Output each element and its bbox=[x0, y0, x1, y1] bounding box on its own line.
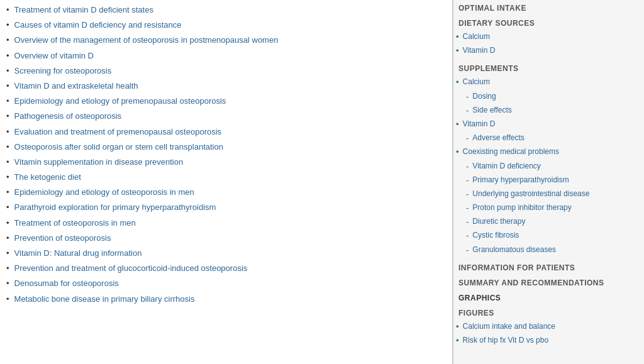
article-link[interactable]: Vitamin D and extraskeletal health bbox=[14, 80, 138, 92]
list-item[interactable]: Pathogenesis of osteoporosis bbox=[6, 109, 446, 124]
article-link[interactable]: Vitamin D: Natural drug information bbox=[14, 248, 142, 259]
toc-link[interactable]: Calcium bbox=[463, 77, 490, 87]
list-item[interactable]: Vitamin D: Natural drug information bbox=[6, 246, 446, 261]
list-item[interactable]: Osteoporosis after solid organ or stem c… bbox=[6, 140, 446, 155]
article-link[interactable]: Parathyroid exploration for primary hype… bbox=[14, 202, 216, 213]
section-header: FIGURES bbox=[453, 305, 644, 320]
toc-link[interactable]: Adverse effects bbox=[472, 133, 525, 143]
left-panel[interactable]: Treatment of vitamin D deficient statesC… bbox=[0, 0, 453, 364]
list-item[interactable]: Calcium bbox=[456, 30, 641, 44]
list-item[interactable]: Prevention and treatment of glucocortico… bbox=[6, 261, 446, 276]
article-link[interactable]: Treatment of osteoporosis in men bbox=[14, 218, 136, 229]
list-item[interactable]: Vitamin D and extraskeletal health bbox=[6, 79, 446, 94]
article-link[interactable]: Pathogenesis of osteoporosis bbox=[14, 111, 122, 122]
article-link[interactable]: Prevention of osteoporosis bbox=[14, 233, 111, 244]
list-item[interactable]: Calcium bbox=[456, 75, 641, 89]
article-link[interactable]: Causes of vitamin D deficiency and resis… bbox=[14, 19, 182, 31]
article-link[interactable]: The ketogenic diet bbox=[14, 172, 81, 183]
article-link[interactable]: Vitamin supplementation in disease preve… bbox=[14, 157, 184, 168]
section-header: INFORMATION FOR PATIENTS bbox=[453, 260, 644, 275]
list-item[interactable]: Calcium intake and balance bbox=[456, 320, 641, 334]
list-item[interactable]: Primary hyperparathyroidism bbox=[456, 174, 641, 187]
section-header: GRAPHICS bbox=[453, 290, 644, 305]
list-item[interactable]: Risk of hip fx Vit D vs pbo bbox=[456, 334, 641, 348]
section-list: CalciumVitamin D bbox=[453, 30, 644, 60]
article-link[interactable]: Prevention and treatment of glucocortico… bbox=[14, 263, 248, 274]
list-item[interactable]: Causes of vitamin D deficiency and resis… bbox=[6, 18, 446, 33]
list-item[interactable]: Diuretic therapy bbox=[456, 215, 641, 229]
list-item[interactable]: The ketogenic diet bbox=[6, 170, 446, 185]
list-item[interactable]: Granulomatous diseases bbox=[456, 243, 641, 257]
article-link[interactable]: Epidemiology and etiology of osteoporosi… bbox=[14, 187, 194, 198]
toc-link[interactable]: Vitamin D bbox=[463, 45, 496, 56]
article-link[interactable]: Metabolic bone disease in primary biliar… bbox=[14, 294, 195, 305]
list-item[interactable]: Adverse effects bbox=[456, 131, 641, 145]
section-header: DIETARY SOURCES bbox=[453, 15, 644, 30]
article-link[interactable]: Screening for osteoporosis bbox=[14, 65, 112, 77]
list-item[interactable]: Epidemiology and etiology of osteoporosi… bbox=[6, 185, 446, 200]
list-item[interactable]: Metabolic bone disease in primary biliar… bbox=[6, 292, 446, 307]
toc-link[interactable]: Underlying gastrointestinal disease bbox=[472, 189, 589, 199]
section-list: CalciumDosingSide effectsVitamin DAdvers… bbox=[453, 75, 644, 259]
list-item[interactable]: Treatment of vitamin D deficient states bbox=[6, 3, 446, 18]
article-list: Treatment of vitamin D deficient statesC… bbox=[0, 3, 452, 307]
article-link[interactable]: Denosumab for osteoporosis bbox=[14, 278, 119, 289]
article-link[interactable]: Epidemiology and etiology of premenopaus… bbox=[14, 96, 226, 107]
article-link[interactable]: Treatment of vitamin D deficient states bbox=[14, 4, 153, 16]
list-item[interactable]: Prevention of osteoporosis bbox=[6, 231, 446, 246]
toc-link[interactable]: Dosing bbox=[472, 91, 496, 102]
list-item[interactable]: Overview of vitamin D bbox=[6, 48, 446, 63]
list-item[interactable]: Evaluation and treatment of premenopausa… bbox=[6, 124, 446, 140]
list-item[interactable]: Cystic fibrosis bbox=[456, 229, 641, 243]
section-header: SUPPLEMENTS bbox=[453, 60, 644, 75]
toc-link[interactable]: Vitamin D deficiency bbox=[472, 161, 541, 172]
list-item[interactable]: Treatment of osteoporosis in men bbox=[6, 216, 446, 231]
list-item[interactable]: Epidemiology and etiology of premenopaus… bbox=[6, 94, 446, 109]
list-item[interactable]: Vitamin D bbox=[456, 118, 641, 131]
list-item[interactable]: Denosumab for osteoporosis bbox=[6, 276, 446, 291]
article-link[interactable]: Overview of vitamin D bbox=[14, 50, 94, 62]
toc-link[interactable]: Granulomatous diseases bbox=[472, 245, 556, 255]
section-header: SUMMARY AND RECOMMENDATIONS bbox=[453, 275, 644, 290]
article-link[interactable]: Osteoporosis after solid organ or stem c… bbox=[14, 141, 223, 153]
toc-link[interactable]: Primary hyperparathyroidism bbox=[472, 175, 569, 185]
list-item[interactable]: Overview of the management of osteoporos… bbox=[6, 33, 446, 48]
right-panel[interactable]: OPTIMAL INTAKEDIETARY SOURCESCalciumVita… bbox=[453, 0, 644, 364]
list-item[interactable]: Proton pump inhibitor therapy bbox=[456, 201, 641, 215]
list-item[interactable]: Vitamin D deficiency bbox=[456, 160, 641, 174]
list-item[interactable]: Coexisting medical problems bbox=[456, 145, 641, 159]
section-list: Calcium intake and balanceRisk of hip fx… bbox=[453, 320, 644, 350]
toc-link[interactable]: Proton pump inhibitor therapy bbox=[472, 202, 571, 213]
article-link[interactable]: Evaluation and treatment of premenopausa… bbox=[14, 126, 222, 138]
toc-link[interactable]: Vitamin D bbox=[463, 119, 496, 130]
toc-link[interactable]: Side effects bbox=[472, 105, 511, 116]
list-item[interactable]: Vitamin supplementation in disease preve… bbox=[6, 155, 446, 170]
list-item[interactable]: Parathyroid exploration for primary hype… bbox=[6, 200, 446, 215]
toc-link[interactable]: Coexisting medical problems bbox=[463, 146, 559, 157]
list-item[interactable]: Dosing bbox=[456, 90, 641, 104]
toc-link[interactable]: Diuretic therapy bbox=[472, 216, 525, 227]
list-item[interactable]: Vitamin D bbox=[456, 44, 641, 58]
list-item[interactable]: Screening for osteoporosis bbox=[6, 63, 446, 79]
toc-link[interactable]: Cystic fibrosis bbox=[472, 230, 519, 241]
section-header: OPTIMAL INTAKE bbox=[453, 0, 644, 15]
toc-link[interactable]: Risk of hip fx Vit D vs pbo bbox=[463, 335, 549, 346]
article-link[interactable]: Overview of the management of osteoporos… bbox=[14, 35, 279, 46]
list-item[interactable]: Underlying gastrointestinal disease bbox=[456, 187, 641, 201]
toc-link[interactable]: Calcium intake and balance bbox=[463, 321, 555, 332]
toc-link[interactable]: Calcium bbox=[463, 31, 490, 42]
list-item[interactable]: Side effects bbox=[456, 104, 641, 118]
